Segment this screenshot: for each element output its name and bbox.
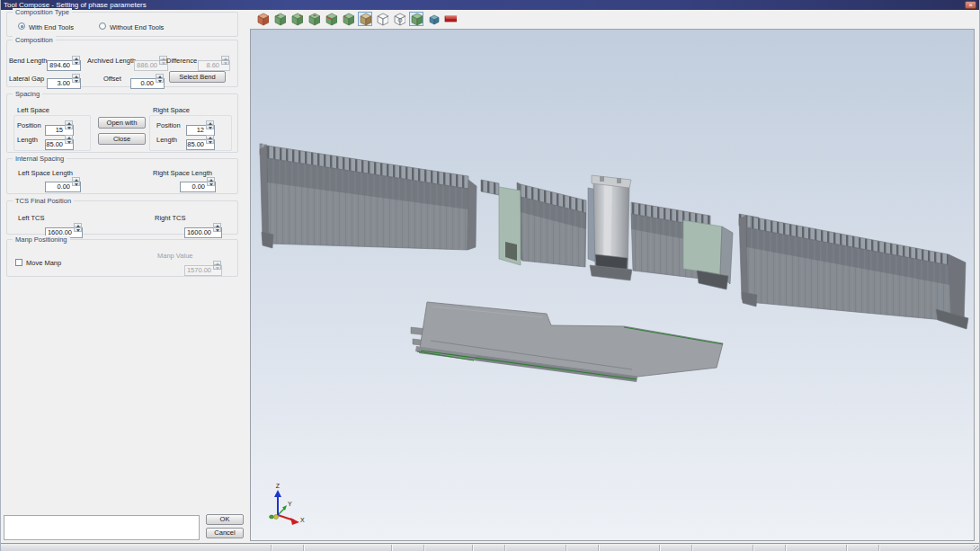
select-bend-button[interactable]: Select Bend [169,71,226,83]
right-tcs-label: Right TCS [155,214,185,222]
lateral-gap-label: Lateral Gap [9,75,44,83]
left-length-field[interactable] [45,134,74,145]
spinner-down[interactable] [206,125,214,129]
wireframe-box-detail-icon[interactable] [392,12,406,26]
title-bar[interactable]: Tool Compose - Setting of phase paramete… [1,0,979,10]
manp-value-spinner [213,261,221,270]
message-box[interactable] [4,515,200,540]
right-tcs-spinner[interactable] [213,223,221,232]
move-manp-checkbox[interactable] [15,259,22,266]
spinner-down[interactable] [207,182,215,186]
tool-box-green-icon[interactable] [409,12,423,26]
tool-compose-dialog: Tool Compose - Setting of phase paramete… [0,0,980,551]
difference-label: Difference [166,57,197,65]
left-space-length-field[interactable] [45,176,81,187]
spinner-down [213,265,221,270]
right-length-spinner[interactable] [206,135,214,144]
tool-box-green-top-accent-icon[interactable] [307,12,321,26]
left-space-length-spinner[interactable] [72,177,80,186]
measure-ruler-red-icon[interactable] [443,12,458,26]
offset-label: Offset [103,75,121,83]
tcs-final-position-group: TCS Final Position Left TCS Right TCS [6,200,238,235]
spinner-down[interactable] [206,139,214,144]
composition-type-title: Composition Type [13,8,72,16]
offset-field[interactable] [130,73,165,84]
offset-spinner[interactable] [156,74,164,83]
end-tool-box-red-icon[interactable] [255,12,270,26]
close-button[interactable]: Close [98,133,146,145]
resize-grip[interactable] [974,546,979,551]
open-with-button[interactable]: Open with [98,117,146,129]
spinner-down[interactable] [65,125,73,129]
without-end-tools-radio[interactable] [99,22,106,30]
left-tcs-field[interactable] [45,222,83,233]
tcs-title: TCS Final Position [13,197,74,205]
manp-value-field [184,260,222,271]
right-tcs-field[interactable] [184,222,222,233]
right-position-field[interactable] [186,120,215,130]
left-position-field[interactable] [45,120,74,130]
archived-length-field [134,55,168,66]
tool-box-green-edge-accent-icon[interactable] [324,12,338,26]
cancel-button[interactable]: Cancel [206,528,244,538]
spinner-down[interactable] [156,78,164,83]
view-toolbar [250,10,458,29]
bend-length-field[interactable] [47,55,81,66]
bend-length-spinner[interactable] [72,56,80,65]
manp-value-label: Manp Value [157,252,192,260]
parameters-panel: Composition Type With End Tools Without … [1,10,250,542]
bend-length-label: Bend Length [9,57,48,65]
tool-box-teal-small-icon[interactable] [426,12,441,26]
axis-x-label: X [300,517,305,523]
right-space-title: Right Space [153,106,190,114]
axis-z-label: Z [276,483,281,489]
left-tcs-label: Left TCS [18,214,44,222]
spacing-title: Spacing [13,90,42,98]
left-tcs-spinner[interactable] [74,223,82,232]
right-length-label: Length [156,136,177,144]
3d-viewport[interactable]: Z Y X [250,29,975,541]
move-manp-label[interactable]: Move Manp [26,259,61,267]
lateral-gap-field[interactable] [47,73,81,84]
spinner-down [221,60,229,65]
left-length-label: Length [17,136,38,144]
left-length-spinner[interactable] [65,135,73,144]
spinner-down[interactable] [72,60,80,65]
wireframe-box-icon[interactable] [375,12,389,26]
composition-title: Composition [13,36,56,44]
internal-spacing-title: Internal Spacing [13,155,67,163]
spinner-down[interactable] [74,227,82,232]
tool-box-green-corner-accent-icon[interactable] [341,12,355,26]
spacing-group: Spacing Left Space Position Length Open … [6,93,238,153]
difference-spinner [221,56,229,65]
viewport-canvas[interactable]: Z Y X [251,30,974,540]
manp-title: Manp Positioning [13,236,70,244]
spinner-down[interactable] [65,139,73,144]
right-position-label: Position [156,121,181,129]
manp-positioning-group: Manp Positioning Move Manp Manp Value [6,239,238,277]
internal-spacing-group: Internal Spacing Left Space Length Right… [6,158,238,194]
spinner-down[interactable] [72,78,80,83]
archived-length-label: Archived Length [87,57,136,65]
without-end-tools-label[interactable]: Without End Tools [110,23,164,31]
right-space-length-spinner[interactable] [207,177,215,186]
difference-field [198,55,230,66]
axis-y-label: Y [288,501,292,507]
with-end-tools-label[interactable]: With End Tools [29,23,74,31]
right-position-spinner[interactable] [206,120,214,129]
right-length-field[interactable] [186,134,215,145]
lateral-gap-spinner[interactable] [72,74,80,83]
spinner-down[interactable] [72,182,80,186]
ok-button[interactable]: OK [206,514,244,525]
right-space-length-field[interactable] [180,176,216,187]
composition-group: Composition Bend Length Archived Length … [6,40,238,87]
left-space-title: Left Space [17,106,49,114]
spinner-down[interactable] [213,227,221,232]
tool-box-tan-icon[interactable] [358,12,372,26]
left-position-label: Position [17,121,41,129]
with-end-tools-radio[interactable] [18,22,25,30]
tool-box-green-right-accent-icon[interactable] [290,12,304,26]
close-icon[interactable]: × [965,1,976,9]
left-position-spinner[interactable] [65,120,73,129]
tool-box-green-left-accent-icon[interactable] [272,12,287,26]
